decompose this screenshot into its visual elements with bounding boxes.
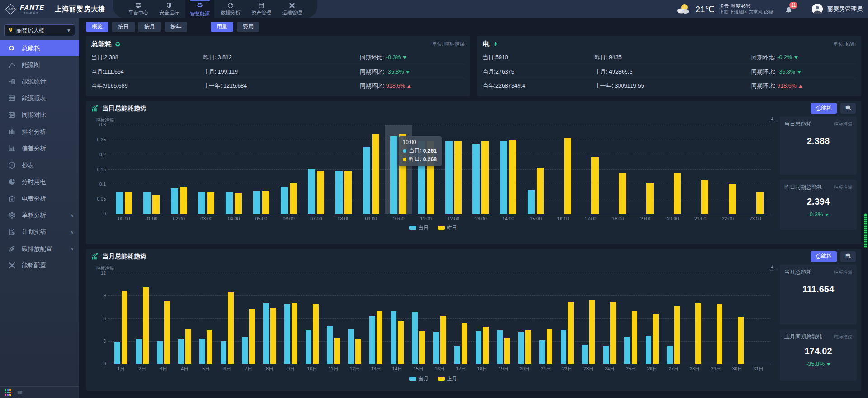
building-selector[interactable]: 丽婴房大楼 ▼ bbox=[4, 24, 75, 36]
legend-item[interactable]: 上月 bbox=[438, 375, 457, 382]
bar-当日 bbox=[281, 187, 288, 214]
bar-group[interactable] bbox=[153, 273, 174, 364]
bar-group[interactable] bbox=[642, 273, 663, 364]
apps-grid-icon[interactable] bbox=[5, 389, 11, 396]
nav-item-1[interactable]: 安全运行 bbox=[155, 0, 184, 18]
sidebar-item-9[interactable]: 电费分析 bbox=[0, 190, 79, 207]
nav-item-3[interactable]: 数据分析 bbox=[216, 0, 245, 18]
bar-group[interactable] bbox=[493, 273, 514, 364]
bar-group[interactable] bbox=[174, 273, 195, 364]
bar-group[interactable] bbox=[535, 273, 557, 364]
collapse-menu-icon[interactable] bbox=[17, 389, 23, 396]
sidebar-item-3[interactable]: 能源报表 bbox=[0, 90, 79, 107]
bar-group[interactable] bbox=[620, 273, 642, 364]
bar-group[interactable] bbox=[714, 125, 741, 214]
bar-group[interactable] bbox=[344, 273, 365, 364]
bar-group[interactable] bbox=[110, 273, 132, 364]
sidebar-item-0[interactable]: ♻总能耗 bbox=[0, 40, 79, 56]
bar-group[interactable] bbox=[280, 273, 302, 364]
bar-group[interactable] bbox=[472, 273, 493, 364]
bar-group[interactable] bbox=[549, 125, 577, 214]
bar-group[interactable] bbox=[514, 273, 535, 364]
bar-group[interactable] bbox=[357, 125, 385, 214]
tab-mode-1[interactable]: 费用 bbox=[237, 22, 259, 32]
notification-badge: 11 bbox=[789, 2, 797, 9]
nav-item-4[interactable]: 资产管理 bbox=[247, 0, 276, 18]
bar-group[interactable] bbox=[687, 125, 714, 214]
bar-group[interactable] bbox=[439, 125, 467, 214]
bar-group[interactable] bbox=[275, 125, 302, 214]
nav-item-2[interactable]: ♻智慧能源 bbox=[185, 0, 214, 18]
bar-group[interactable] bbox=[632, 125, 659, 214]
bar-group[interactable] bbox=[577, 125, 604, 214]
bar-group[interactable] bbox=[557, 273, 578, 364]
page-scrollbar[interactable] bbox=[863, 18, 868, 398]
bar-group[interactable] bbox=[132, 273, 153, 364]
bar-group[interactable] bbox=[604, 125, 632, 214]
bar-group[interactable] bbox=[741, 125, 769, 214]
nav-item-0[interactable]: 平台中心 bbox=[124, 0, 153, 18]
bar-group[interactable] bbox=[495, 125, 522, 214]
bar-group[interactable] bbox=[663, 273, 684, 364]
bar-group[interactable] bbox=[408, 273, 429, 364]
current-user[interactable]: 丽婴房管理员 bbox=[827, 5, 863, 13]
legend-item[interactable]: 昨日 bbox=[438, 225, 457, 231]
tab-mode-0[interactable]: 用量 bbox=[211, 22, 233, 32]
chart-toggle-0[interactable]: 总能耗 bbox=[811, 103, 837, 114]
sidebar-item-2[interactable]: 能源统计 bbox=[0, 73, 79, 90]
bar-group[interactable] bbox=[450, 273, 472, 364]
sidebar-item-8[interactable]: 分时用电 bbox=[0, 173, 79, 190]
bar-group[interactable] bbox=[748, 273, 769, 364]
sidebar-item-4[interactable]: 同期对比 bbox=[0, 107, 79, 123]
bar-group[interactable] bbox=[429, 273, 450, 364]
bar-group[interactable] bbox=[365, 273, 387, 364]
bar-group[interactable] bbox=[110, 125, 138, 214]
bar-group[interactable] bbox=[330, 125, 358, 214]
sidebar-item-5[interactable]: 排名分析 bbox=[0, 123, 79, 140]
chart-toggle-1[interactable]: 电 bbox=[840, 103, 856, 114]
bar-group[interactable] bbox=[522, 125, 550, 214]
bar-group[interactable] bbox=[220, 125, 248, 214]
bar-group[interactable] bbox=[684, 273, 705, 364]
download-icon[interactable] bbox=[769, 265, 775, 271]
bar-上月 bbox=[164, 301, 170, 364]
scrollbar-thumb[interactable] bbox=[864, 213, 867, 248]
bar-group[interactable] bbox=[238, 273, 259, 364]
sidebar-item-11[interactable]: 计划实绩∨ bbox=[0, 224, 79, 240]
notifications-button[interactable]: 11 bbox=[784, 3, 796, 15]
legend-item[interactable]: 当日 bbox=[409, 225, 429, 231]
bar-group[interactable] bbox=[323, 273, 344, 364]
bar-group[interactable] bbox=[387, 273, 408, 364]
bar-group[interactable] bbox=[726, 273, 748, 364]
tab-period-3[interactable]: 按年 bbox=[165, 22, 187, 32]
bar-group[interactable] bbox=[138, 125, 165, 214]
chart-toggle-1[interactable]: 电 bbox=[840, 251, 856, 262]
avatar[interactable] bbox=[812, 4, 823, 14]
legend-item[interactable]: 当月 bbox=[409, 375, 429, 382]
sidebar-item-1[interactable]: 能流图 bbox=[0, 56, 79, 73]
bar-group[interactable] bbox=[248, 125, 275, 214]
bar-group[interactable] bbox=[599, 273, 620, 364]
bar-group[interactable] bbox=[259, 273, 280, 364]
download-icon[interactable] bbox=[769, 117, 775, 123]
bar-group[interactable] bbox=[165, 125, 193, 214]
bar-group[interactable] bbox=[193, 125, 220, 214]
chart-toggle-0[interactable]: 总能耗 bbox=[811, 251, 837, 262]
tab-period-0[interactable]: 概览 bbox=[86, 22, 108, 32]
bar-group[interactable] bbox=[195, 273, 217, 364]
bar-group[interactable] bbox=[217, 273, 238, 364]
nav-item-5[interactable]: 运维管理 bbox=[278, 0, 307, 18]
tab-period-2[interactable]: 按月 bbox=[138, 22, 161, 32]
bar-group[interactable] bbox=[302, 125, 330, 214]
tab-period-1[interactable]: 按日 bbox=[112, 22, 135, 32]
sidebar-item-12[interactable]: 碳排放配置∨ bbox=[0, 240, 79, 257]
bar-group[interactable] bbox=[302, 273, 323, 364]
bar-group[interactable] bbox=[467, 125, 495, 214]
bar-group[interactable] bbox=[705, 273, 726, 364]
sidebar-item-7[interactable]: 抄表 bbox=[0, 157, 79, 173]
sidebar-item-6[interactable]: 偏差分析 bbox=[0, 140, 79, 157]
bar-group[interactable] bbox=[659, 125, 687, 214]
sidebar-item-10[interactable]: 单耗分析∨ bbox=[0, 207, 79, 224]
bar-group[interactable] bbox=[578, 273, 599, 364]
sidebar-item-13[interactable]: 能耗配置 bbox=[0, 257, 79, 274]
